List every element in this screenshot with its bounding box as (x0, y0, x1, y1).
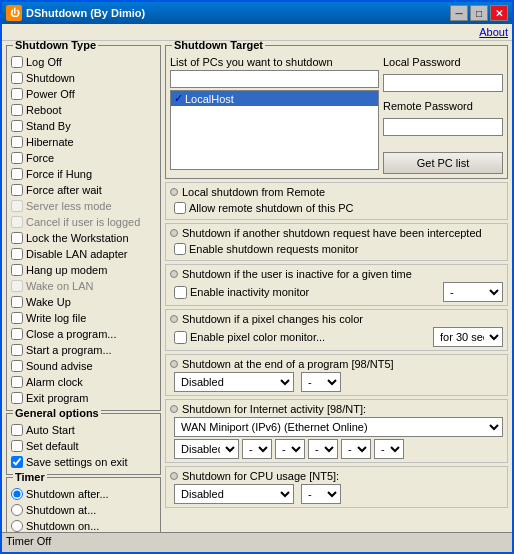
lock-workstation-check[interactable] (11, 232, 23, 244)
list-item[interactable]: Start a program... (11, 342, 156, 358)
internet-select4[interactable]: - (308, 439, 338, 459)
force-check[interactable] (11, 152, 23, 164)
pixel-check[interactable] (174, 331, 187, 344)
inactivity-select[interactable]: - (443, 282, 503, 302)
log-off-check[interactable] (11, 56, 23, 68)
pc-list-item[interactable]: ✓ LocalHost (171, 91, 378, 106)
list-item[interactable]: Sound advise (11, 358, 156, 374)
program-select[interactable]: Disabled (174, 372, 294, 392)
save-settings-check[interactable] (11, 456, 23, 468)
internet-select5[interactable]: - (341, 439, 371, 459)
list-item[interactable]: Shutdown after... (11, 486, 156, 502)
inactivity-title: Shutdown if the user is inactive for a g… (182, 268, 412, 280)
shutdown-on-radio[interactable] (11, 520, 23, 532)
force-after-wait-check[interactable] (11, 184, 23, 196)
about-link[interactable]: About (479, 26, 508, 38)
exit-program-label: Exit program (26, 392, 88, 404)
list-item[interactable]: Close a program... (11, 326, 156, 342)
list-item[interactable]: Lock the Workstation (11, 230, 156, 246)
write-log-check[interactable] (11, 312, 23, 324)
list-item[interactable]: Reboot (11, 102, 156, 118)
list-item[interactable]: Stand By (11, 118, 156, 134)
force-if-hung-check[interactable] (11, 168, 23, 180)
shutdown-check[interactable] (11, 72, 23, 84)
minimize-button[interactable]: ─ (450, 5, 468, 21)
pixel-time-select[interactable]: for 30 sec (433, 327, 503, 347)
list-item[interactable]: Write log file (11, 310, 156, 326)
power-off-label: Power Off (26, 88, 75, 100)
set-default-check[interactable] (11, 440, 23, 452)
list-item[interactable]: Set default (11, 438, 156, 454)
server-less-check (11, 200, 23, 212)
list-item[interactable]: Shutdown at... (11, 502, 156, 518)
power-off-check[interactable] (11, 88, 23, 100)
alarm-clock-check[interactable] (11, 376, 23, 388)
remote-password-input[interactable] (383, 118, 503, 136)
list-item: Cancel if user is logged (11, 214, 156, 230)
list-item[interactable]: Disable LAN adapter (11, 246, 156, 262)
list-item[interactable]: Wake Up (11, 294, 156, 310)
lock-workstation-label: Lock the Workstation (26, 232, 129, 244)
internet-select6[interactable]: - (374, 439, 404, 459)
sound-advise-check[interactable] (11, 360, 23, 372)
wake-up-check[interactable] (11, 296, 23, 308)
intercepted-header: Shutdown if another shutdown request hav… (170, 227, 503, 239)
list-item[interactable]: Save settings on exit (11, 454, 156, 470)
pc-list-section: List of PCs you want to shutdown ✓ Local… (170, 56, 503, 174)
pc-input[interactable] (170, 70, 379, 88)
list-item[interactable]: Auto Start (11, 422, 156, 438)
get-pc-button[interactable]: Get PC list (383, 152, 503, 174)
list-item[interactable]: Log Off (11, 54, 156, 70)
internet-select1[interactable]: Disabled (174, 439, 239, 459)
close-button[interactable]: ✕ (490, 5, 508, 21)
list-item[interactable]: Power Off (11, 86, 156, 102)
enable-monitor-check[interactable] (174, 243, 186, 255)
list-item[interactable]: Force (11, 150, 156, 166)
general-options-group: General options Auto Start Set default S… (6, 413, 161, 475)
hibernate-check[interactable] (11, 136, 23, 148)
shutdown-after-radio[interactable] (11, 488, 23, 500)
shutdown-at-radio[interactable] (11, 504, 23, 516)
list-item[interactable]: Shutdown (11, 70, 156, 86)
inactivity-controls: Enable inactivity monitor - (174, 282, 503, 302)
save-settings-label: Save settings on exit (26, 456, 128, 468)
inactivity-header: Shutdown if the user is inactive for a g… (170, 268, 503, 280)
reboot-check[interactable] (11, 104, 23, 116)
local-shutdown-title: Local shutdown from Remote (182, 186, 325, 198)
wan-select[interactable]: WAN Miniport (IPv6) (Ethernet Online) (174, 417, 503, 437)
disable-lan-check[interactable] (11, 248, 23, 260)
option-circle-icon (170, 229, 178, 237)
set-default-label: Set default (26, 440, 79, 452)
server-less-label: Server less mode (26, 200, 112, 212)
title-bar-left: ⏻ DShutdown (By Dimio) (6, 5, 145, 21)
enable-monitor-item[interactable]: Enable shutdown requests monitor (174, 241, 503, 257)
program-select2[interactable]: - (301, 372, 341, 392)
list-item[interactable]: Force after wait (11, 182, 156, 198)
inactivity-check[interactable] (174, 286, 187, 299)
start-program-check[interactable] (11, 344, 23, 356)
exit-program-check[interactable] (11, 392, 23, 404)
allow-remote-item[interactable]: Allow remote shutdown of this PC (174, 200, 503, 216)
close-program-check[interactable] (11, 328, 23, 340)
pc-listbox[interactable]: ✓ LocalHost (170, 90, 379, 170)
cpu-select2[interactable]: - (301, 484, 341, 504)
list-item[interactable]: Hang up modem (11, 262, 156, 278)
hibernate-label: Hibernate (26, 136, 74, 148)
list-item[interactable]: Alarm clock (11, 374, 156, 390)
shutdown-after-label: Shutdown after... (26, 488, 109, 500)
auto-start-check[interactable] (11, 424, 23, 436)
list-item[interactable]: Exit program (11, 390, 156, 406)
local-password-input[interactable] (383, 74, 503, 92)
allow-remote-check[interactable] (174, 202, 186, 214)
maximize-button[interactable]: □ (470, 5, 488, 21)
program-body: Disabled - (170, 372, 503, 392)
option-circle-icon (170, 315, 178, 323)
standby-check[interactable] (11, 120, 23, 132)
list-item[interactable]: Hibernate (11, 134, 156, 150)
list-item[interactable]: Shutdown on... (11, 518, 156, 532)
internet-select3[interactable]: - (275, 439, 305, 459)
list-item[interactable]: Force if Hung (11, 166, 156, 182)
internet-select2[interactable]: - (242, 439, 272, 459)
hangup-modem-check[interactable] (11, 264, 23, 276)
cpu-select[interactable]: Disabled (174, 484, 294, 504)
